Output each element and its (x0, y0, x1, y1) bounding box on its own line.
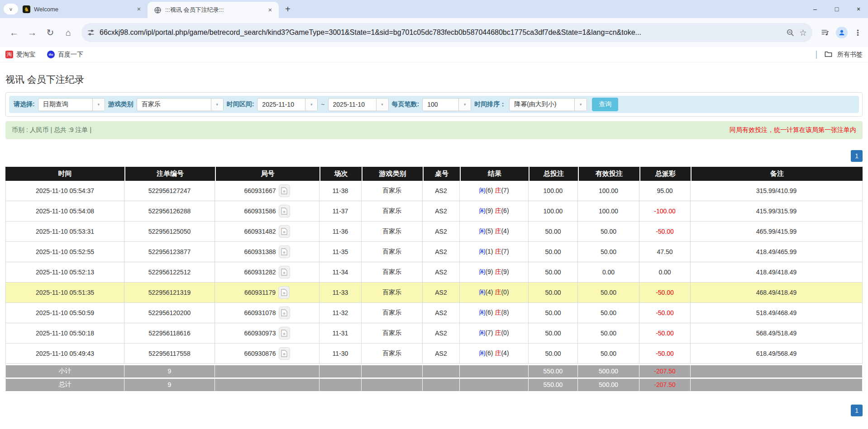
tab-welcome[interactable]: ♞ Welcome × (16, 0, 148, 18)
chevron-down-icon: ▾ (458, 99, 471, 111)
cell-bet-no: 522956121319 (124, 283, 215, 303)
reload-button[interactable]: ↻ (43, 25, 58, 40)
cell-session: 11-38 (320, 181, 362, 201)
cell-game: 百家乐 (362, 242, 423, 262)
col-bet-no: 注单编号 (124, 167, 215, 181)
cell-total-bet[interactable]: 100.00 (529, 181, 578, 201)
tab-title: Welcome (34, 6, 131, 13)
home-button[interactable]: ⌂ (61, 25, 76, 40)
result-banker: 庄 (495, 248, 501, 255)
maximize-button[interactable]: □ (834, 5, 840, 13)
cell-total-bet[interactable]: 50.00 (529, 262, 578, 283)
page-1-button[interactable]: 1 (851, 405, 863, 416)
bookmark-aitaobao[interactable]: 淘 爱淘宝 (5, 51, 35, 59)
cell-game: 百家乐 (362, 181, 423, 201)
browser-menu-icon[interactable]: ⋮ (854, 28, 862, 38)
page-1-button[interactable]: 1 (851, 150, 863, 162)
close-tab-icon[interactable]: × (266, 6, 274, 14)
sum-label: 总计 (5, 377, 124, 391)
close-window-button[interactable]: × (855, 5, 862, 13)
forward-button[interactable]: → (24, 25, 40, 40)
cell-round-no: 660931482 (215, 222, 320, 242)
profile-avatar[interactable] (836, 27, 848, 38)
cell-result: 闲(9) 庄(6) (460, 201, 529, 222)
col-valid-bet: 有效投注 (578, 167, 639, 181)
cell-session: 11-31 (320, 323, 362, 344)
result-player: 闲 (479, 248, 485, 255)
bet-table-body: 2025-11-10 05:54:37522956127247660931667… (5, 181, 863, 391)
cell-total-bet[interactable]: 50.00 (529, 323, 578, 344)
bookmark-star-icon[interactable]: ☆ (799, 28, 807, 38)
video-replay-icon[interactable] (279, 245, 290, 258)
all-bookmarks-button[interactable]: 所有书签 (816, 50, 863, 60)
video-replay-icon[interactable] (278, 286, 290, 299)
table-row: 2025-11-10 05:52:13522956122512660931282… (5, 262, 863, 283)
table-row: 2025-11-10 05:54:08522956126288660931586… (5, 201, 863, 222)
bookmark-baidu[interactable]: du 百度一下 (47, 51, 83, 59)
cell-total-bet[interactable]: 50.00 (529, 303, 578, 323)
time-sort-select[interactable]: 降幂(由大到小) ▾ (509, 98, 587, 111)
subtotal-row: 小计9550.00500.00-207.50 (5, 364, 863, 377)
baidu-icon: du (47, 51, 55, 58)
video-replay-icon[interactable] (279, 347, 290, 360)
video-replay-icon[interactable] (279, 225, 290, 238)
cell-time: 2025-11-10 05:49:43 (5, 344, 124, 364)
cell-time: 2025-11-10 05:54:08 (5, 201, 124, 222)
cell-game: 百家乐 (362, 201, 423, 222)
date-to-select[interactable]: 2025-11-10 ▾ (328, 98, 389, 111)
col-note: 备注 (691, 167, 863, 181)
cell-total-bet[interactable]: 50.00 (529, 222, 578, 242)
url-text[interactable]: 66cxkj98.com/ipl/portal.php/game/betreco… (100, 28, 782, 37)
valid-bet-note: 同局有效投注，统一计算在该局第一张注单内 (730, 126, 856, 134)
cell-valid-bet: 50.00 (578, 242, 639, 262)
result-banker: 庄 (495, 207, 501, 214)
cell-total-bet[interactable]: 50.00 (529, 344, 578, 364)
minimize-button[interactable]: – (812, 5, 818, 13)
cell-note: 415.99/315.99 (691, 201, 863, 222)
new-tab-button[interactable]: + (285, 4, 291, 14)
address-bar[interactable]: 66cxkj98.com/ipl/portal.php/game/betreco… (81, 23, 812, 42)
media-controls-icon[interactable] (820, 28, 830, 37)
cell-note: 518.49/468.49 (691, 303, 863, 323)
total-row: 总计9550.00500.00-207.50 (5, 377, 863, 391)
site-favicon: ♞ (23, 5, 30, 13)
cell-bet-no: 522956118616 (124, 323, 215, 344)
tab-betrecord[interactable]: :::视讯 会员下注纪录::: × (148, 2, 279, 18)
cell-valid-bet: 100.00 (578, 201, 639, 222)
result-player: 闲 (479, 227, 485, 235)
cell-total-bet[interactable]: 50.00 (529, 283, 578, 303)
bookmark-label: 百度一下 (58, 51, 83, 59)
cell-round-no: 660931388 (215, 242, 320, 262)
cell-round-no: 660931179 (215, 283, 320, 303)
query-type-select[interactable]: 日期查询 ▾ (38, 98, 105, 111)
video-replay-icon[interactable] (279, 205, 290, 217)
chevron-down-icon: ▾ (92, 99, 105, 111)
zoom-out-icon[interactable] (786, 28, 795, 37)
result-player: 闲 (479, 349, 485, 357)
game-category-select[interactable]: 百家乐 ▾ (137, 98, 224, 111)
cell-total-bet[interactable]: 100.00 (529, 201, 578, 222)
site-settings-icon[interactable] (87, 28, 95, 37)
tab-search-chevron-icon[interactable]: v (4, 4, 18, 14)
back-button[interactable]: ← (6, 25, 22, 40)
result-player: 闲 (479, 309, 485, 316)
video-replay-icon[interactable] (279, 306, 290, 319)
video-replay-icon[interactable] (279, 184, 290, 197)
search-button[interactable]: 查询 (592, 98, 618, 111)
cell-bet-no: 522956117558 (124, 344, 215, 364)
table-row: 2025-11-10 05:50:59522956120200660931078… (5, 303, 863, 323)
date-from-select[interactable]: 2025-11-10 ▾ (257, 98, 318, 111)
close-tab-icon[interactable]: × (135, 5, 143, 13)
video-replay-icon[interactable] (279, 327, 290, 339)
cell-session: 11-36 (320, 222, 362, 242)
cell-table: AS2 (423, 323, 460, 344)
video-replay-icon[interactable] (279, 266, 290, 278)
cell-note: 418.49/418.49 (691, 262, 863, 283)
col-total-bet: 总投注 (529, 167, 578, 181)
sum-count: 9 (124, 377, 215, 391)
cell-total-bet[interactable]: 50.00 (529, 242, 578, 262)
browser-toolbar: ← → ↻ ⌂ 66cxkj98.com/ipl/portal.php/game… (0, 18, 868, 47)
page-size-select[interactable]: 100 ▾ (422, 98, 471, 111)
result-banker: 庄 (495, 227, 501, 235)
cell-time: 2025-11-10 05:52:13 (5, 262, 124, 283)
